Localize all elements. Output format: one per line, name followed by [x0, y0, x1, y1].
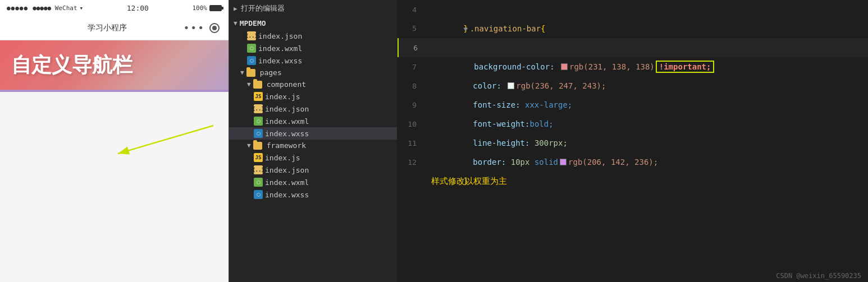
folder-icon [253, 142, 262, 150]
folder-icon [253, 81, 262, 89]
wxml-icon: ⬡ [247, 44, 256, 53]
list-item[interactable]: ⬡ index.wxml [229, 115, 397, 127]
code-token: { [541, 24, 545, 33]
list-item[interactable]: ⬡ index.wxss [229, 54, 397, 67]
line-number: 11 [398, 134, 426, 153]
color-swatch [560, 159, 567, 165]
phone-title-bar: 学习小程序 ••• [0, 16, 229, 40]
json-icon: {..} [254, 104, 263, 113]
line-number: 10 [398, 115, 426, 134]
folder-icon [246, 69, 255, 77]
chevron-down-icon: ▼ [247, 81, 251, 88]
color-swatch [561, 63, 568, 70]
nav-bar-title: 自定义导航栏 [11, 52, 133, 79]
code-line-12: 12 } [398, 152, 868, 172]
code-editor-panel: 4 } 5 ▼.navigation-bar{ 6 background-col… [398, 0, 868, 282]
line-number: 9 [398, 96, 426, 115]
custom-nav-bar: 自定义导航栏 [0, 40, 229, 90]
file-name: index.json [265, 105, 309, 113]
battery-icon [209, 5, 222, 11]
title-icons[interactable]: ••• [183, 22, 220, 34]
json-icon: {..} [247, 31, 256, 40]
line-number: 5 [398, 19, 426, 38]
color-swatch [508, 82, 514, 89]
folder-pages[interactable]: ▼ pages [229, 67, 397, 78]
file-name: index.json [265, 166, 309, 174]
list-item[interactable]: ⬡ index.wxss [229, 188, 397, 201]
file-tree-panel: ▶ 打开的编辑器 ▼ MPDEMO {..} index.json ⬡ inde… [229, 0, 398, 282]
file-name: index.wxss [265, 191, 309, 199]
phone-body-content [0, 92, 229, 282]
code-line-11: 11 border: 10px solidrgb(206, 142, 236); [398, 133, 868, 152]
file-name: index.wxss [258, 57, 302, 65]
code-line-6: 6 background-color: rgb(231, 138, 138)!i… [398, 38, 868, 57]
line-number: 12 [398, 153, 426, 172]
folder-framework[interactable]: ▼ framework [229, 140, 397, 151]
list-item[interactable]: JS index.js [229, 151, 397, 164]
code-line-5: 5 ▼.navigation-bar{ [398, 19, 868, 38]
record-icon[interactable] [209, 23, 220, 33]
clock-display: 12:00 [127, 4, 149, 12]
js-icon: JS [254, 92, 263, 101]
phone-panel: ●●●●● ●●●●● WeChat ▾ 12:00 100% 学习小程序 ••… [0, 0, 229, 282]
code-line-9: 9 font-weight:bold; [398, 95, 868, 114]
folder-name: framework [267, 141, 306, 150]
json-icon: {..} [254, 165, 263, 174]
mpdemo-root[interactable]: ▼ MPDEMO [229, 17, 397, 30]
line-number: 7 [398, 58, 426, 77]
code-token: .navigation-bar [470, 24, 541, 33]
file-name: index.wxml [265, 178, 309, 187]
wxss-icon: ⬡ [254, 190, 263, 199]
app-title: 学习小程序 [88, 23, 127, 33]
js-icon: JS [254, 153, 263, 162]
wxss-icon: ⬡ [254, 129, 263, 138]
file-name: index.js [265, 93, 300, 101]
collapse-arrow: ▼ [463, 25, 467, 33]
wxss-icon: ⬡ [247, 56, 256, 65]
folder-component[interactable]: ▼ component [229, 78, 397, 90]
chevron-right-icon: ▶ [234, 5, 237, 12]
list-item[interactable]: {..} index.json [229, 30, 397, 42]
line-number: 4 [398, 1, 426, 20]
annotation-text: 样式修改以权重为主 [431, 172, 507, 191]
folder-name: pages [260, 68, 282, 77]
file-tree-content: {..} index.json ⬡ index.wxml ⬡ index.wxs… [229, 30, 397, 282]
record-inner [212, 26, 217, 30]
wxml-icon: ⬡ [254, 178, 263, 187]
code-line-7: 7 color: rgb(236, 247, 243); [398, 57, 868, 76]
wifi-icon: ▾ [80, 4, 84, 12]
list-item[interactable]: {..} index.json [229, 164, 397, 176]
open-editors-header[interactable]: ▶ 打开的编辑器 [229, 0, 397, 17]
list-item[interactable]: JS index.js [229, 90, 397, 103]
code-lines: 4 } 5 ▼.navigation-bar{ 6 background-col… [398, 0, 868, 282]
status-bar-left: ●●●●● ●●●●● WeChat ▾ [7, 4, 83, 12]
chevron-down-icon: ▼ [240, 69, 244, 76]
line-number: 8 [398, 77, 426, 96]
chevron-down-icon: ▼ [234, 20, 237, 27]
folder-name: component [267, 80, 306, 89]
more-icon[interactable]: ••• [183, 22, 205, 34]
file-name: index.js [265, 154, 300, 162]
code-line-10: 10 line-height: 300rpx; [398, 114, 868, 133]
list-item[interactable]: ⬡ index.wxml [229, 42, 397, 54]
status-bar-right: 100% [193, 4, 222, 12]
wxml-icon: ⬡ [254, 117, 263, 126]
carrier-label: ●●●●● WeChat [33, 4, 77, 12]
list-item[interactable]: {..} index.json [229, 103, 397, 115]
file-name: index.json [258, 32, 302, 40]
csdn-watermark: CSDN @weixin_65590235 [776, 272, 861, 280]
status-bar: ●●●●● ●●●●● WeChat ▾ 12:00 100% [0, 0, 229, 16]
phone-screen: 自定义导航栏 [0, 40, 229, 282]
mpdemo-label: MPDEMO [240, 19, 266, 27]
signal-dots: ●●●●● [7, 4, 28, 12]
list-item[interactable]: ⬡ index.wxml [229, 176, 397, 188]
open-editors-label: 打开的编辑器 [241, 3, 285, 13]
chevron-down-icon: ▼ [247, 142, 251, 149]
battery-percent: 100% [193, 4, 208, 12]
code-line-8: 8 font-size: xxx-large; [398, 76, 868, 95]
file-name: index.wxss [265, 130, 309, 138]
list-item-selected[interactable]: ⬡ index.wxss [229, 127, 397, 140]
file-name: index.wxml [258, 44, 302, 53]
line-number: 6 [399, 39, 427, 58]
file-name: index.wxml [265, 117, 309, 126]
